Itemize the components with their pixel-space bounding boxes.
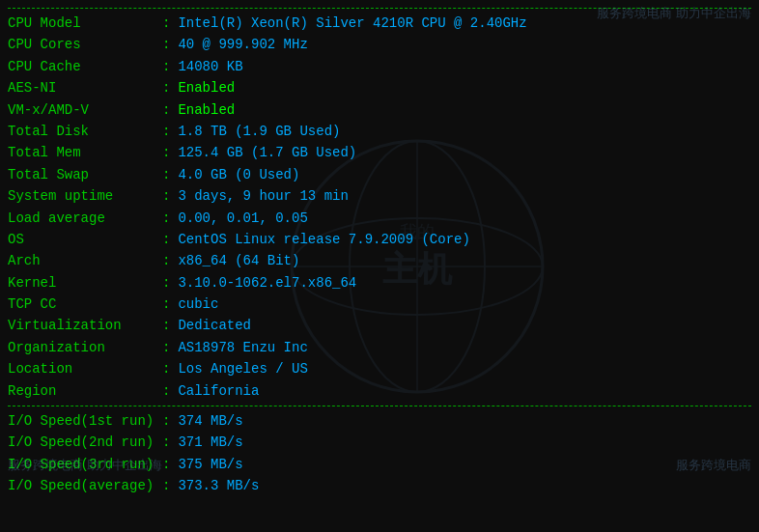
tcp-cc-colon: : — [162, 294, 170, 315]
organization-value: AS18978 Enzu Inc — [178, 337, 307, 358]
kernel-label: Kernel — [8, 272, 162, 294]
total-swap-colon: : — [162, 164, 170, 185]
total-swap-label: Total Swap — [8, 164, 162, 185]
os-label: OS — [8, 229, 162, 250]
total-mem-colon: : — [162, 142, 170, 163]
table-row: Location : Los Angeles / US — [8, 358, 751, 379]
total-mem-value: 125.4 GB (1.7 GB Used) — [178, 142, 356, 163]
arch-colon: : — [162, 250, 170, 271]
cpu-model-value: Intel(R) Xeon(R) Silver 4210R CPU @ 2.40… — [178, 13, 526, 34]
load-average-value: 0.00, 0.01, 0.05 — [178, 208, 307, 229]
table-row: Region : California — [8, 380, 751, 402]
total-disk-value: 1.8 TB (1.9 GB Used) — [178, 121, 340, 142]
region-colon: : — [162, 380, 170, 402]
location-colon: : — [162, 358, 170, 379]
table-row: Kernel : 3.10.0-1062.el7.x86_64 — [8, 272, 751, 294]
table-row: CPU Cores : 40 @ 999.902 MHz — [8, 34, 751, 55]
system-uptime-label: System uptime — [8, 185, 162, 207]
total-mem-label: Total Mem — [8, 142, 162, 163]
io-2nd-colon: : — [162, 432, 170, 453]
load-average-label: Load average — [8, 208, 162, 229]
table-row: AES-NI : Enabled — [8, 77, 751, 98]
table-row: Total Mem : 125.4 GB (1.7 GB Used) — [8, 142, 751, 163]
arch-value: x86_64 (64 Bit) — [178, 250, 299, 271]
io-3rd-colon: : — [162, 454, 170, 475]
os-value: CentOS Linux release 7.9.2009 (Core) — [178, 229, 469, 250]
cpu-model-colon: : — [162, 13, 170, 34]
aes-ni-value: Enabled — [178, 77, 235, 98]
kernel-colon: : — [162, 272, 170, 294]
table-row: Load average : 0.00, 0.01, 0.05 — [8, 208, 751, 229]
table-row: I/O Speed(1st run) : 374 MB/s — [8, 410, 751, 432]
table-row: I/O Speed(2nd run) : 371 MB/s — [8, 432, 751, 453]
terminal-window: 主机 我的 服务跨境电商 助力中企出海 服务跨境电商 助力中企出海 服务跨境电商… — [0, 0, 759, 532]
virtualization-label: Virtualization — [8, 315, 162, 336]
vmx-label: VM-x/AMD-V — [8, 99, 162, 121]
total-swap-value: 4.0 GB (0 Used) — [178, 164, 299, 185]
table-row: OS : CentOS Linux release 7.9.2009 (Core… — [8, 229, 751, 250]
total-disk-label: Total Disk — [8, 121, 162, 142]
table-row: I/O Speed(3rd run) : 375 MB/s — [8, 454, 751, 475]
system-uptime-value: 3 days, 9 hour 13 min — [178, 185, 348, 207]
virtualization-value: Dedicated — [178, 315, 251, 336]
system-info-section: CPU Model : Intel(R) Xeon(R) Silver 4210… — [8, 13, 751, 402]
os-colon: : — [162, 229, 170, 250]
io-avg-colon: : — [162, 475, 170, 496]
io-speed-section: I/O Speed(1st run) : 374 MB/s I/O Speed(… — [8, 410, 751, 497]
aes-ni-label: AES-NI — [8, 77, 162, 98]
io-1st-label: I/O Speed(1st run) — [8, 410, 162, 432]
vmx-value: Enabled — [178, 99, 235, 121]
cpu-cores-label: CPU Cores — [8, 34, 162, 55]
total-disk-colon: : — [162, 121, 170, 142]
system-info-content: CPU Model : Intel(R) Xeon(R) Silver 4210… — [0, 0, 759, 501]
region-value: California — [178, 380, 259, 402]
io-2nd-label: I/O Speed(2nd run) — [8, 432, 162, 453]
top-divider — [8, 8, 751, 9]
table-row: CPU Cache : 14080 KB — [8, 56, 751, 77]
location-value: Los Angeles / US — [178, 358, 307, 379]
organization-colon: : — [162, 337, 170, 358]
cpu-cache-value: 14080 KB — [178, 56, 242, 77]
vmx-colon: : — [162, 99, 170, 121]
cpu-cache-label: CPU Cache — [8, 56, 162, 77]
load-average-colon: : — [162, 208, 170, 229]
cpu-cores-value: 40 @ 999.902 MHz — [178, 34, 307, 55]
cpu-cores-colon: : — [162, 34, 170, 55]
io-avg-value: 373.3 MB/s — [178, 475, 259, 496]
location-label: Location — [8, 358, 162, 379]
arch-label: Arch — [8, 250, 162, 271]
virtualization-colon: : — [162, 315, 170, 336]
region-label: Region — [8, 380, 162, 402]
cpu-model-label: CPU Model — [8, 13, 162, 34]
io-1st-colon: : — [162, 410, 170, 432]
table-row: System uptime : 3 days, 9 hour 13 min — [8, 185, 751, 207]
table-row: Organization : AS18978 Enzu Inc — [8, 337, 751, 358]
io-avg-label: I/O Speed(average) — [8, 475, 162, 496]
io-3rd-label: I/O Speed(3rd run) — [8, 454, 162, 475]
tcp-cc-value: cubic — [178, 294, 218, 315]
middle-divider — [8, 406, 751, 406]
tcp-cc-label: TCP CC — [8, 294, 162, 315]
table-row: Virtualization : Dedicated — [8, 315, 751, 336]
table-row: Total Disk : 1.8 TB (1.9 GB Used) — [8, 121, 751, 142]
table-row: CPU Model : Intel(R) Xeon(R) Silver 4210… — [8, 13, 751, 34]
table-row: Total Swap : 4.0 GB (0 Used) — [8, 164, 751, 185]
organization-label: Organization — [8, 337, 162, 358]
table-row: Arch : x86_64 (64 Bit) — [8, 250, 751, 271]
table-row: I/O Speed(average) : 373.3 MB/s — [8, 475, 751, 496]
io-3rd-value: 375 MB/s — [178, 454, 242, 475]
cpu-cache-colon: : — [162, 56, 170, 77]
kernel-value: 3.10.0-1062.el7.x86_64 — [178, 272, 356, 294]
aes-ni-colon: : — [162, 77, 170, 98]
io-2nd-value: 371 MB/s — [178, 432, 242, 453]
table-row: TCP CC : cubic — [8, 294, 751, 315]
system-uptime-colon: : — [162, 185, 170, 207]
io-1st-value: 374 MB/s — [178, 410, 242, 432]
table-row: VM-x/AMD-V : Enabled — [8, 99, 751, 121]
